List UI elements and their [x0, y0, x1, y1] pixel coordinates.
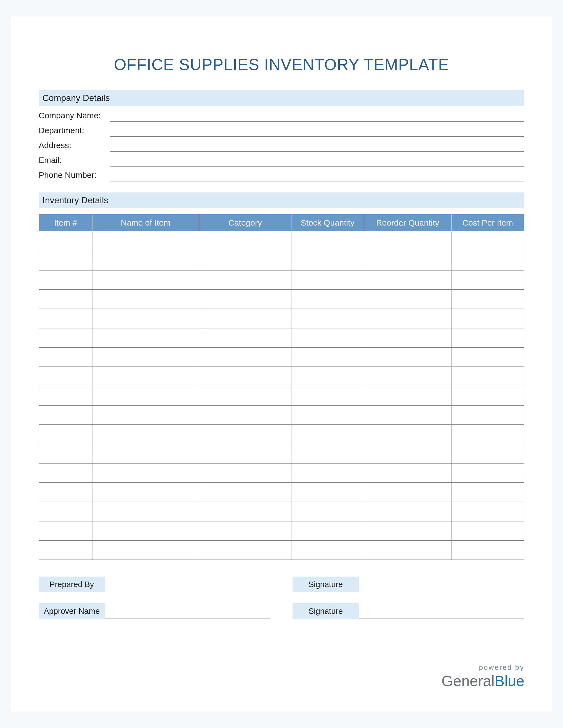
table-cell[interactable] — [364, 367, 451, 386]
table-cell[interactable] — [39, 328, 92, 347]
input-prepared-by[interactable] — [105, 579, 270, 592]
table-cell[interactable] — [291, 347, 364, 367]
table-cell[interactable] — [291, 502, 364, 521]
table-cell[interactable] — [364, 405, 451, 425]
table-cell[interactable] — [39, 309, 92, 328]
table-cell[interactable] — [199, 290, 291, 309]
table-cell[interactable] — [199, 405, 291, 425]
table-cell[interactable] — [199, 232, 291, 251]
table-cell[interactable] — [291, 309, 364, 328]
table-cell[interactable] — [291, 290, 364, 309]
table-cell[interactable] — [364, 309, 451, 328]
table-cell[interactable] — [199, 367, 291, 386]
table-cell[interactable] — [39, 425, 92, 444]
table-cell[interactable] — [92, 347, 199, 367]
table-cell[interactable] — [364, 251, 451, 270]
table-cell[interactable] — [199, 309, 291, 328]
table-cell[interactable] — [199, 521, 291, 540]
table-cell[interactable] — [291, 463, 364, 483]
table-cell[interactable] — [451, 521, 524, 540]
table-cell[interactable] — [199, 463, 291, 483]
table-cell[interactable] — [451, 502, 524, 521]
table-cell[interactable] — [39, 521, 92, 540]
table-cell[interactable] — [92, 540, 199, 560]
table-cell[interactable] — [364, 328, 451, 347]
table-cell[interactable] — [451, 347, 524, 367]
table-cell[interactable] — [39, 463, 92, 483]
input-email[interactable] — [110, 156, 524, 167]
table-cell[interactable] — [199, 425, 291, 444]
table-cell[interactable] — [199, 386, 291, 405]
table-cell[interactable] — [92, 444, 199, 463]
table-cell[interactable] — [199, 328, 291, 347]
input-phone[interactable] — [110, 170, 524, 181]
table-cell[interactable] — [291, 270, 364, 290]
table-cell[interactable] — [92, 270, 199, 290]
table-cell[interactable] — [364, 463, 451, 483]
table-cell[interactable] — [291, 444, 364, 463]
table-cell[interactable] — [451, 405, 524, 425]
table-cell[interactable] — [39, 483, 92, 502]
table-cell[interactable] — [291, 540, 364, 560]
table-cell[interactable] — [451, 463, 524, 483]
input-signature-approver[interactable] — [359, 606, 524, 619]
table-cell[interactable] — [92, 483, 199, 502]
table-cell[interactable] — [451, 251, 524, 270]
table-cell[interactable] — [364, 540, 451, 560]
table-cell[interactable] — [92, 309, 199, 328]
table-cell[interactable] — [92, 251, 199, 270]
table-cell[interactable] — [291, 405, 364, 425]
table-cell[interactable] — [39, 367, 92, 386]
table-cell[interactable] — [199, 540, 291, 560]
table-cell[interactable] — [199, 347, 291, 367]
table-cell[interactable] — [39, 540, 92, 560]
table-cell[interactable] — [364, 502, 451, 521]
table-cell[interactable] — [92, 463, 199, 483]
table-cell[interactable] — [39, 251, 92, 270]
table-cell[interactable] — [451, 290, 524, 309]
input-department[interactable] — [110, 126, 524, 137]
table-cell[interactable] — [199, 502, 291, 521]
table-cell[interactable] — [291, 232, 364, 251]
table-cell[interactable] — [199, 444, 291, 463]
table-cell[interactable] — [451, 540, 524, 560]
table-cell[interactable] — [291, 367, 364, 386]
input-signature-prepared[interactable] — [359, 579, 524, 592]
table-cell[interactable] — [451, 328, 524, 347]
table-cell[interactable] — [39, 405, 92, 425]
table-cell[interactable] — [92, 290, 199, 309]
input-company-name[interactable] — [110, 111, 524, 122]
table-cell[interactable] — [451, 386, 524, 405]
table-cell[interactable] — [92, 502, 199, 521]
table-cell[interactable] — [39, 386, 92, 405]
table-cell[interactable] — [291, 425, 364, 444]
table-cell[interactable] — [291, 386, 364, 405]
table-cell[interactable] — [364, 386, 451, 405]
table-cell[interactable] — [364, 444, 451, 463]
table-cell[interactable] — [92, 328, 199, 347]
table-cell[interactable] — [39, 347, 92, 367]
table-cell[interactable] — [451, 367, 524, 386]
table-cell[interactable] — [92, 367, 199, 386]
table-cell[interactable] — [364, 290, 451, 309]
table-cell[interactable] — [39, 232, 92, 251]
table-cell[interactable] — [364, 521, 451, 540]
table-cell[interactable] — [451, 425, 524, 444]
table-cell[interactable] — [92, 405, 199, 425]
table-cell[interactable] — [364, 425, 451, 444]
table-cell[interactable] — [39, 444, 92, 463]
table-cell[interactable] — [451, 444, 524, 463]
table-cell[interactable] — [451, 483, 524, 502]
table-cell[interactable] — [199, 251, 291, 270]
table-cell[interactable] — [92, 425, 199, 444]
input-approver-name[interactable] — [105, 606, 270, 619]
table-cell[interactable] — [92, 386, 199, 405]
table-cell[interactable] — [291, 251, 364, 270]
table-cell[interactable] — [92, 521, 199, 540]
table-cell[interactable] — [39, 290, 92, 309]
table-cell[interactable] — [39, 502, 92, 521]
table-cell[interactable] — [364, 232, 451, 251]
table-cell[interactable] — [291, 483, 364, 502]
table-cell[interactable] — [451, 309, 524, 328]
table-cell[interactable] — [291, 328, 364, 347]
